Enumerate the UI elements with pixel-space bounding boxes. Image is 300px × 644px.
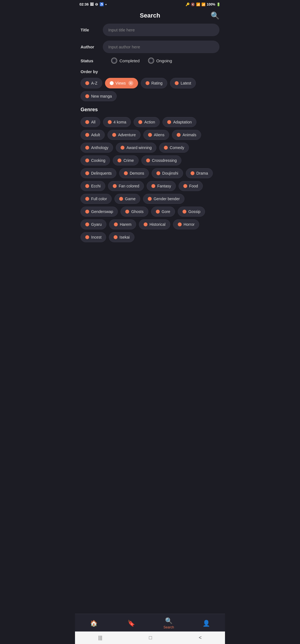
genre-chip-food[interactable]: Food [179,181,203,191]
genre-chip-crossdressing[interactable]: Crossdressing [141,155,181,165]
genre-label: Incest [91,235,101,239]
genre-chip-isekai[interactable]: Isekai [109,232,134,242]
genre-chip-adult[interactable]: Adult [81,130,105,140]
nav-profile[interactable]: 👤 [188,620,225,627]
author-label: Author [81,44,103,49]
nav-search[interactable]: 🔍 Search [150,617,188,629]
android-back-btn[interactable]: < [199,635,202,641]
genre-dot [118,158,121,162]
profile-icon: 👤 [202,620,210,627]
genre-chip-incest[interactable]: Incest [81,232,106,242]
genre-chip-delinquents[interactable]: Delinquents [81,168,116,178]
ongoing-label: Ongoing [156,58,172,63]
genre-dot [156,171,160,175]
chip-newmanga[interactable]: New manga [81,91,117,101]
genre-chip-ecchi[interactable]: Ecchi [81,181,105,191]
genre-dot [112,133,116,137]
chip-views-label: Views [116,81,126,85]
genre-label: Isekai [119,235,130,239]
genre-chip-genderswap[interactable]: Genderswap [81,207,118,217]
title-input[interactable] [103,24,219,36]
genre-chip-adaptation[interactable]: Adaptation [162,117,196,127]
genre-chip-gender-bender[interactable]: Gender bender [143,194,184,204]
genre-label: Gore [162,209,170,214]
genre-label: Ecchi [91,184,101,188]
genre-chip-cooking[interactable]: Cooking [81,155,110,165]
genre-chip-all[interactable]: All [81,117,100,127]
genre-label: Fantasy [157,184,171,188]
genre-dot [146,158,150,162]
genre-chip-doujinshi[interactable]: Doujinshi [152,168,183,178]
genre-dot [85,210,89,214]
genre-chip-anthology[interactable]: Anthology [81,143,113,153]
genre-chip-drama[interactable]: Drama [186,168,213,178]
ongoing-option[interactable]: Ongoing [148,58,172,64]
chip-newmanga-dot [85,94,89,98]
author-input[interactable] [103,41,219,53]
completed-radio-inner [113,59,116,62]
search-nav-label: Search [163,625,174,629]
completed-label: Completed [119,58,140,63]
genre-chip-gossip[interactable]: Gossip [178,207,205,217]
nav-bookmark[interactable]: 🔖 [112,620,150,627]
genre-chip-comedy[interactable]: Comedy [159,143,189,153]
accessibility-icon: ♿ [99,2,104,6]
genre-chip-demons[interactable]: Demons [119,168,149,178]
completed-option[interactable]: Completed [111,58,140,64]
chip-latest-dot [175,81,179,85]
genre-dot [124,171,128,175]
genre-dot [183,184,187,188]
genres-title: Genres [81,107,219,113]
chip-rating[interactable]: Rating [141,78,167,88]
genre-dot [114,222,118,226]
dot-icon: • [105,2,107,6]
header-search-icon[interactable]: 🔍 [211,11,219,20]
genre-chip-animals[interactable]: Animals [172,130,201,140]
genre-dot [85,235,89,239]
genre-label: Full color [91,197,107,201]
genre-dot [164,146,168,150]
genre-label: Gender bender [154,197,180,201]
genre-dot [85,197,89,201]
order-section: Order by A-Z Views ✕ Rating Latest New [81,69,219,101]
nav-home[interactable]: 🏠 [75,620,112,627]
title-row: Title [81,24,219,36]
genre-label: Crime [123,158,134,163]
chip-views-close[interactable]: ✕ [128,81,133,86]
genre-dot [85,171,89,175]
genre-chip-full-color[interactable]: Full color [81,194,112,204]
genre-chip-aliens[interactable]: Aliens [143,130,169,140]
genre-label: Award winning [126,145,152,150]
genre-chip-fan-colored[interactable]: Fan colored [108,181,144,191]
home-icon: 🏠 [90,620,98,627]
genre-chip-gyaru[interactable]: Gyaru [81,219,106,229]
genre-chip-4-koma[interactable]: 4 koma [103,117,131,127]
genre-chip-adventure[interactable]: Adventure [108,130,141,140]
genre-dot [85,222,89,226]
genre-chip-historical[interactable]: Historical [139,219,170,229]
genre-dot [85,184,89,188]
genre-label: Doujinshi [162,171,178,175]
genre-dot [85,133,89,137]
genre-chip-fantasy[interactable]: Fantasy [147,181,176,191]
chip-az[interactable]: A-Z [81,78,102,88]
android-menu-btn[interactable]: ||| [98,635,102,641]
genre-chip-gore[interactable]: Gore [151,207,175,217]
android-home-btn[interactable]: □ [149,635,152,641]
page-title: Search [140,12,160,19]
ongoing-radio[interactable] [148,58,154,64]
chip-rating-label: Rating [151,81,162,85]
completed-radio[interactable] [111,58,117,64]
genre-chip-harem[interactable]: Harem [109,219,136,229]
genre-chip-crime[interactable]: Crime [113,155,138,165]
chip-views[interactable]: Views ✕ [105,78,138,88]
genre-chip-horror[interactable]: Horror [173,219,199,229]
genre-chip-game[interactable]: Game [114,194,140,204]
genre-chip-ghosts[interactable]: Ghosts [121,207,148,217]
genre-dot [125,210,129,214]
chip-az-label: A-Z [91,81,98,85]
genre-chip-award-winning[interactable]: Award winning [116,143,156,153]
genre-chip-action[interactable]: Action [134,117,160,127]
chip-latest[interactable]: Latest [170,78,196,88]
genre-label: Historical [149,222,166,227]
